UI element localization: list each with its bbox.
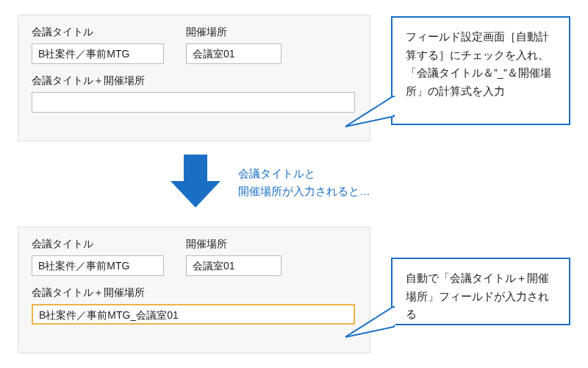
form-panel-before: 会議タイトル B社案件／事前MTG 開催場所 会議室01 会議タイトル＋開催場所	[18, 15, 370, 141]
callout-before: フィールド設定画面［自動計算する］にチェックを入れ、「会議タイトル＆”_”＆開催…	[391, 16, 570, 125]
arrow-caption: 会議タイトルと 開催場所が入力されると…	[238, 165, 370, 200]
svg-marker-3	[345, 306, 394, 337]
location-label: 開催場所	[186, 238, 282, 251]
meeting-title-label: 会議タイトル	[32, 26, 164, 39]
field-group-combined: 会議タイトル＋開催場所 B社案件／事前MTG_会議室01	[32, 286, 356, 325]
location-label: 開催場所	[186, 26, 282, 39]
field-group-combined: 会議タイトル＋開催場所	[32, 74, 356, 113]
location-input[interactable]: 会議室01	[186, 43, 282, 64]
meeting-title-label: 会議タイトル	[32, 238, 164, 251]
svg-marker-2	[171, 155, 220, 208]
arrow-section: 会議タイトルと 開催場所が入力されると…	[18, 147, 570, 215]
callout-before-text: フィールド設定画面［自動計算する］にチェックを入れ、「会議タイトル＆”_”＆開催…	[406, 31, 551, 97]
field-row: 会議タイトル B社案件／事前MTG 開催場所 会議室01	[32, 26, 356, 64]
field-group-location: 開催場所 会議室01	[186, 238, 282, 276]
meeting-title-input[interactable]: B社案件／事前MTG	[32, 255, 164, 276]
field-row: 会議タイトル B社案件／事前MTG 開催場所 会議室01	[32, 238, 356, 276]
location-input[interactable]: 会議室01	[186, 255, 282, 276]
combined-input-highlighted[interactable]: B社案件／事前MTG_会議室01	[32, 304, 355, 325]
combined-input[interactable]	[32, 92, 355, 113]
down-arrow-icon	[169, 152, 222, 213]
field-group-location: 開催場所 会議室01	[186, 26, 282, 64]
combined-label: 会議タイトル＋開催場所	[32, 286, 356, 300]
callout-after: 自動で「会議タイトル＋開催場所」フィールドが入力される	[391, 258, 570, 325]
callout-tail-icon	[345, 96, 397, 132]
callout-tail-icon	[345, 306, 397, 343]
callout-after-text: 自動で「会議タイトル＋開催場所」フィールドが入力される	[406, 272, 549, 320]
field-group-meeting-title: 会議タイトル B社案件／事前MTG	[32, 238, 164, 276]
field-group-meeting-title: 会議タイトル B社案件／事前MTG	[32, 26, 164, 64]
form-panel-after: 会議タイトル B社案件／事前MTG 開催場所 会議室01 会議タイトル＋開催場所…	[18, 227, 370, 353]
combined-label: 会議タイトル＋開催場所	[32, 74, 356, 88]
meeting-title-input[interactable]: B社案件／事前MTG	[32, 43, 164, 64]
svg-marker-0	[345, 96, 394, 127]
